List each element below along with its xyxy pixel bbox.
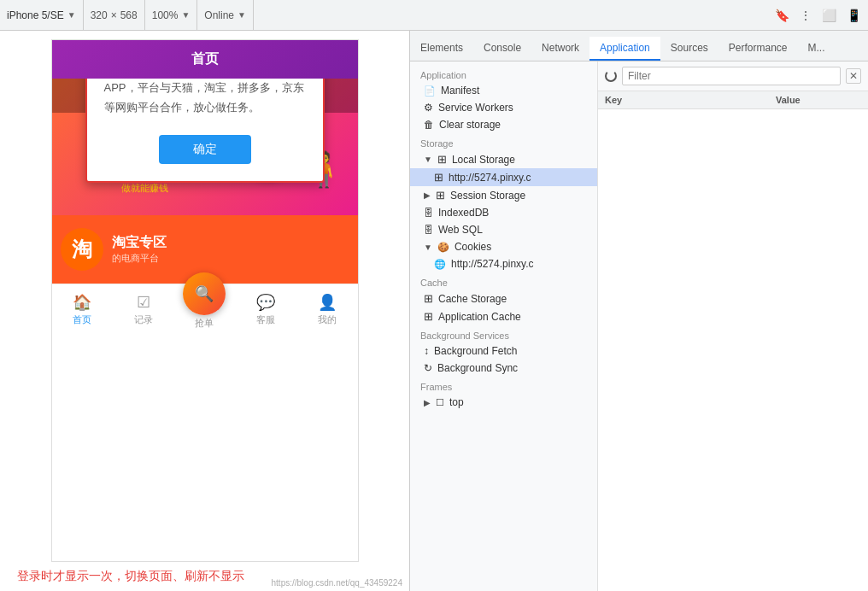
taobao-subtitle: 的电商平台 bbox=[112, 252, 167, 265]
bg-sync-icon bbox=[424, 362, 432, 374]
chevron-down-icon bbox=[424, 155, 432, 164]
refresh-icon[interactable] bbox=[605, 70, 617, 82]
sidebar-section-bg-services: Background Services bbox=[410, 325, 597, 342]
zoom-selector[interactable]: 100% ▼ bbox=[145, 0, 198, 30]
zoom-label: 100% bbox=[152, 9, 179, 21]
sidebar-item-indexeddb[interactable]: IndexedDB bbox=[410, 204, 597, 221]
cache-storage-icon bbox=[424, 292, 433, 305]
sidebar-label-indexeddb: IndexedDB bbox=[438, 207, 489, 219]
local-storage-icon bbox=[437, 153, 447, 166]
sidebar-label-local-storage: Local Storage bbox=[452, 154, 515, 166]
sidebar-label-service-workers: Service Workers bbox=[438, 102, 513, 114]
globe-icon bbox=[434, 258, 446, 270]
sidebar-label-clear-storage: Clear storage bbox=[439, 119, 501, 131]
sidebar-item-bg-fetch[interactable]: Background Fetch bbox=[410, 342, 597, 360]
tab-elements[interactable]: Elements bbox=[410, 37, 473, 61]
app-content-area: ✕ Key Value bbox=[598, 61, 868, 591]
sidebar-item-clear-storage[interactable]: Clear storage bbox=[410, 116, 597, 133]
chevron-right-icon bbox=[424, 190, 431, 200]
tab-more[interactable]: M... bbox=[798, 37, 836, 61]
network-dropdown-icon[interactable]: ▼ bbox=[238, 10, 246, 20]
sidebar-item-bg-sync[interactable]: Background Sync bbox=[410, 360, 597, 377]
sidebar-item-top-frame[interactable]: top bbox=[410, 394, 597, 411]
bookmark-icon[interactable]: 🔖 bbox=[775, 9, 789, 22]
top-frame-icon bbox=[436, 396, 444, 408]
devtools-tabs: Elements Console Network Application Sou… bbox=[410, 31, 868, 61]
sidebar-label-top-frame: top bbox=[449, 396, 464, 408]
app-header-title: 首页 bbox=[191, 51, 219, 66]
zoom-dropdown-icon[interactable]: ▼ bbox=[181, 10, 190, 20]
nav-item-home[interactable]: 🏠 首页 bbox=[52, 284, 114, 335]
sidebar-item-session-storage[interactable]: Session Storage bbox=[410, 186, 597, 204]
nav-label-record: 记录 bbox=[134, 313, 153, 326]
device-height: 568 bbox=[120, 9, 138, 21]
filter-input[interactable] bbox=[622, 67, 841, 85]
tab-network[interactable]: Network bbox=[531, 37, 589, 61]
taobao-title: 淘宝专区 bbox=[112, 234, 167, 252]
sidebar-label-session-storage: Session Storage bbox=[450, 190, 525, 202]
local-storage-url-icon bbox=[434, 171, 443, 184]
sidebar-item-local-storage[interactable]: Local Storage bbox=[410, 150, 597, 168]
more-options-icon[interactable]: ⋮ bbox=[800, 9, 812, 22]
modal-confirm-button[interactable]: 确定 bbox=[159, 135, 251, 164]
devtools-body: Application Manifest Service Workers Cle… bbox=[410, 61, 868, 591]
nav-item-search[interactable]: 🔍 抢单 bbox=[174, 284, 236, 335]
tab-console[interactable]: Console bbox=[473, 37, 531, 61]
device-dimensions: 320 × 568 bbox=[84, 0, 145, 30]
modal-overlay: 系统提示 尊敬的会员你好：欢迎你来到淘抢购APP，平台与天猫，淘宝，拼多多，京东… bbox=[52, 79, 358, 113]
record-icon: ☑ bbox=[137, 293, 150, 312]
trash-icon bbox=[424, 119, 434, 131]
network-label: Online bbox=[204, 9, 234, 21]
sidebar-item-local-storage-url[interactable]: http://5274.pinxy.c bbox=[410, 168, 597, 186]
nav-label-service: 客服 bbox=[256, 313, 275, 326]
app-banner: 三级代理 人人代理模式 推荐好友额外拿分红 小额积累大财富 做就能赚钱 ¥ 🧍 bbox=[52, 79, 358, 215]
filter-bar: ✕ bbox=[598, 61, 868, 91]
filter-delete-button[interactable]: ✕ bbox=[846, 68, 861, 84]
device-selector[interactable]: iPhone 5/SE ▼ bbox=[0, 0, 84, 30]
tab-performance[interactable]: Performance bbox=[718, 37, 798, 61]
sidebar-item-web-sql[interactable]: Web SQL bbox=[410, 221, 597, 238]
sidebar-item-service-workers[interactable]: Service Workers bbox=[410, 99, 597, 116]
tab-sources[interactable]: Sources bbox=[660, 37, 718, 61]
column-key: Key bbox=[605, 95, 776, 105]
nav-item-record[interactable]: ☑ 记录 bbox=[113, 284, 174, 335]
home-icon: 🏠 bbox=[73, 293, 91, 312]
sidebar-section-storage: Storage bbox=[410, 133, 597, 150]
device-toggle-icon[interactable]: 📱 bbox=[847, 9, 861, 22]
sidebar-item-cookies[interactable]: Cookies bbox=[410, 238, 597, 255]
sidebar-section-cache: Cache bbox=[410, 272, 597, 290]
sidebar-label-cache-storage: Cache Storage bbox=[438, 293, 507, 305]
taobao-icon: 淘 bbox=[61, 228, 103, 271]
sidebar-item-cache-storage[interactable]: Cache Storage bbox=[410, 290, 597, 307]
table-header: Key Value bbox=[598, 91, 868, 109]
sidebar-label-bg-sync: Background Sync bbox=[437, 362, 518, 374]
device-label: iPhone 5/SE bbox=[7, 9, 64, 21]
device-dropdown-icon[interactable]: ▼ bbox=[67, 10, 76, 20]
session-storage-icon bbox=[436, 189, 445, 202]
nav-item-profile[interactable]: 👤 我的 bbox=[296, 284, 358, 335]
mobile-preview-panel: 首页 三级代理 人人代理模式 推荐好友额外拿分红 小额积累大财富 做就能赚钱 ¥ bbox=[0, 31, 410, 591]
column-value: Value bbox=[776, 95, 861, 105]
cookie-icon bbox=[437, 241, 449, 253]
network-selector[interactable]: Online ▼ bbox=[197, 0, 254, 30]
frames-chevron-icon bbox=[424, 398, 431, 407]
service-icon: 💬 bbox=[256, 293, 275, 312]
sidebar-label-web-sql: Web SQL bbox=[438, 224, 483, 236]
sidebar-section-frames: Frames bbox=[410, 377, 597, 394]
indexeddb-icon bbox=[424, 207, 433, 219]
sidebar-item-app-cache[interactable]: Application Cache bbox=[410, 307, 597, 325]
tab-application[interactable]: Application bbox=[589, 37, 660, 61]
devtools-toolbar: iPhone 5/SE ▼ 320 × 568 100% ▼ Online ▼ … bbox=[0, 0, 868, 31]
profile-icon: 👤 bbox=[318, 293, 337, 312]
search-icon: 🔍 bbox=[195, 284, 214, 303]
nav-item-service[interactable]: 💬 客服 bbox=[235, 284, 296, 335]
inspect-icon[interactable]: ⬜ bbox=[822, 9, 836, 22]
nav-label-home: 首页 bbox=[73, 313, 91, 326]
sidebar-item-cookies-url[interactable]: http://5274.pinxy.c bbox=[410, 255, 597, 272]
modal-content: 尊敬的会员你好：欢迎你来到淘抢购APP，平台与天猫，淘宝，拼多多，京东等网购平台… bbox=[104, 79, 306, 118]
web-sql-icon bbox=[424, 224, 433, 236]
modal-box: 系统提示 尊敬的会员你好：欢迎你来到淘抢购APP，平台与天猫，淘宝，拼多多，京东… bbox=[85, 79, 325, 183]
app-header: 首页 bbox=[52, 40, 358, 79]
taobao-info: 淘宝专区 的电商平台 bbox=[112, 234, 167, 265]
sidebar-item-manifest[interactable]: Manifest bbox=[410, 82, 597, 99]
